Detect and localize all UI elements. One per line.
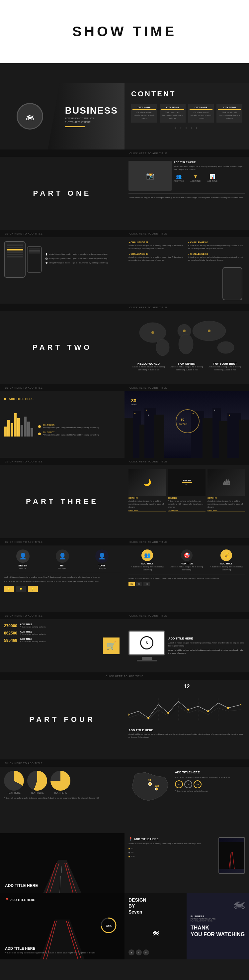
stat-1-label: ADD TITLE — [20, 623, 46, 625]
add-title-bar: ADD TITLE HERE — [9, 397, 33, 401]
click-title-text-right-7[interactable]: CLICK HERE TO ADD TITLE — [130, 614, 167, 617]
add-title-label-2: ADD TITLE — [190, 180, 201, 183]
social-icon-3[interactable]: in — [143, 950, 149, 955]
svg-point-31 — [167, 712, 169, 714]
pie-3-label: TEXT HERE — [51, 792, 70, 794]
stat-3-info: ADD TITLE A duck is not as long as he is — [20, 638, 46, 643]
people-cards-slide: 👤 SEVEN Director 👤 Bill Manager 👤 TONY D… — [0, 546, 125, 612]
click-title-text-right-4[interactable]: CLICK HERE TO ADD TITLE — [130, 387, 167, 389]
bottom-text: A duck will be as long as he is looking … — [128, 196, 245, 199]
svg-rect-21 — [146, 410, 147, 410]
wave-chart-svg — [128, 691, 241, 724]
add-title-col-1: 👥 ADD TITLE — [174, 174, 184, 183]
click-title-text-left-7[interactable]: CLICK HERE TO ADD TITLE — [5, 614, 43, 617]
part-three-slide: PART THREE — [0, 465, 125, 538]
try-best: TRY YOUR BEST — [206, 362, 244, 366]
challenge-1-text: A duck is not as long as he is looking s… — [128, 244, 186, 250]
add-title-row: 👥 ADD TITLE ▼ ADD TITLE 📊 ADD TITLE — [174, 174, 245, 183]
card-3-label: SEVEN XI — [208, 497, 245, 499]
card-3-img: 🏙 — [208, 469, 245, 496]
svg-point-3 — [179, 334, 193, 354]
stats-slide: 270000 ADD TITLE A duck is not as long a… — [0, 619, 125, 672]
content-item-1-text: Click here to add introducing text to ea… — [132, 111, 156, 120]
map-label-2: I AM SEVEN A duck is not as long as he i… — [168, 362, 206, 371]
tag-2: 02 — [136, 582, 143, 586]
phone-big — [4, 241, 25, 278]
wave-chart-num: 12 — [128, 684, 245, 690]
num-item-1: 77 — [128, 847, 216, 850]
phone-line-3 — [6, 249, 23, 250]
click-title-text-left-9[interactable]: CLICK HERE TO ADD TITLE — [5, 762, 43, 764]
part-one-text: PART ONE — [33, 189, 91, 198]
person-bill-role: Manager — [43, 567, 81, 570]
pie-1-label: TEXT HERE — [4, 792, 24, 794]
svg-point-41 — [155, 788, 158, 790]
add-title-desc: A duck will be as long as he is looking … — [174, 165, 245, 171]
click-title-row-8: CLICK HERE TO ADD TITLE — [0, 672, 249, 680]
read-more-3[interactable]: Read more — [208, 510, 245, 512]
pie-1: TEXT HERE — [4, 771, 24, 794]
click-title-text-right-6[interactable]: CLICK HERE TO ADD TITLE — [130, 541, 167, 543]
cart-icon-box: 🛒 — [103, 638, 119, 654]
click-title-text-left-2[interactable]: CLICK HERE TO ADD TITLE — [5, 232, 43, 235]
progress-svg: 72% — [100, 916, 118, 935]
challenge-phone — [222, 267, 243, 300]
phone-small — [27, 246, 42, 273]
badge-3: 34 — [193, 780, 201, 788]
thank-business-title: BUSINESS — [190, 915, 245, 918]
click-title-text-1[interactable]: CLICK HERE TO ADD TITLE — [130, 152, 167, 154]
content-item-3-text: Click here to add introducing text to ea… — [190, 111, 213, 120]
hello-world: HELLO WORLD — [130, 362, 168, 366]
timeline-dot-1 — [38, 425, 41, 428]
phone-group — [4, 241, 42, 278]
chart-icon: 📊 — [207, 174, 217, 179]
bar-5 — [17, 418, 20, 436]
svg-point-29 — [128, 714, 130, 716]
pin-icon-2: 📍 — [5, 898, 9, 902]
svg-point-6 — [151, 331, 154, 334]
world-map-svg — [130, 316, 243, 359]
svg-rect-14 — [191, 411, 204, 458]
phone-line-1 — [6, 245, 23, 246]
monitor-title: ADD TITLE HERE — [168, 637, 245, 640]
card-1-img: 🌙 — [128, 469, 166, 496]
challenge-1-num: ● CHALLENGE 01 — [128, 241, 186, 243]
social-icon-2[interactable]: t — [136, 950, 142, 955]
bar-6 — [21, 425, 23, 436]
click-title-text-3[interactable]: CLICK HERE TO ADD TITLE — [130, 306, 167, 309]
icon-feature-1: 👥 ADD TITLE A duck is not as long as he … — [128, 549, 166, 571]
row-8: 270000 ADD TITLE A duck is not as long a… — [0, 619, 249, 672]
click-title-text-center-8[interactable]: CLICK HERE TO ADD TITLE — [106, 675, 143, 677]
click-title-text-left-4[interactable]: CLICK HERE TO ADD TITLE — [5, 387, 43, 389]
dot-3 — [128, 856, 130, 858]
number-list: 77 89 116 — [128, 847, 216, 858]
group-icon: 👥 — [174, 174, 184, 179]
phone-icon-row-3: ★ straight thoughts model - i go to Hite… — [45, 261, 121, 265]
row-5: ADD TITLE HERE 2016/02/25 — [0, 391, 249, 458]
read-more-2[interactable]: Read more — [168, 510, 206, 512]
add-title-col-3: 📊 ADD TITLE — [207, 174, 217, 183]
click-title-text-right-5[interactable]: CLICK HERE TO ADD TITLE — [130, 460, 167, 463]
bar-7 — [24, 417, 27, 436]
pie-chart-2 — [27, 771, 47, 791]
design-text: DESIGNBYSeven — [128, 897, 182, 915]
add-title-road-2: ADD TITLE HERE — [5, 947, 119, 950]
social-icon-1[interactable]: f — [128, 950, 135, 955]
add-title-col-2: ▼ ADD TITLE — [190, 174, 201, 183]
card-2-text: A duck is not as long as he is looking s… — [168, 500, 206, 509]
content-item-3-title: CITY NAME — [190, 106, 213, 109]
stat-3-desc: A duck is not as long as he is — [20, 640, 46, 643]
click-title-text-left-5[interactable]: CLICK HERE TO ADD TITLE — [5, 460, 43, 463]
seven-num: 001 — [182, 484, 192, 485]
main-title: SHOW TIME — [72, 24, 177, 40]
click-title-text-left-6[interactable]: CLICK HERE TO ADD TITLE — [5, 541, 43, 543]
num-text-1: 77 — [131, 847, 133, 850]
tag-1: 01 — [128, 582, 135, 586]
challenges-grid: ● CHALLENGE 01 A duck is not as long as … — [128, 241, 245, 262]
read-more-1[interactable]: Read more — [128, 510, 166, 512]
click-title-text-right-2[interactable]: CLICK HERE TO ADD TITLE — [130, 232, 167, 235]
icon-feat-bottom: A duck is not as long as he is looking s… — [128, 577, 245, 580]
thank-business-puttext: PUT YOUR TEXT HERE — [190, 920, 245, 922]
person-bill-name: Bill — [43, 564, 81, 567]
svg-rect-13 — [154, 415, 164, 458]
